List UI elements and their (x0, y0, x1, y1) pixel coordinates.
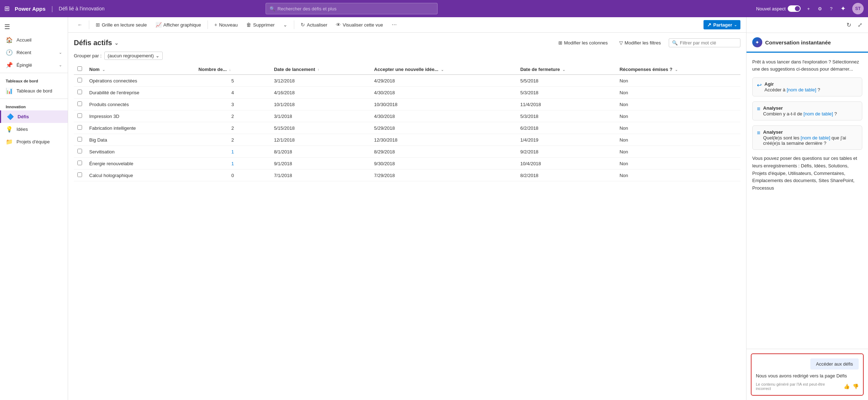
sidebar-item-idees[interactable]: 💡 Idées (0, 123, 68, 135)
row-checkbox[interactable] (77, 101, 82, 106)
table-header-actions: ⊞ Modifier les colonnes ▽ Modifier les f… (555, 38, 740, 47)
waffle-icon[interactable]: ⊞ (4, 5, 10, 13)
thumb-down-button[interactable]: 👎 (853, 384, 859, 389)
row-checkbox[interactable] (77, 161, 82, 165)
row-nombre: 2 (195, 134, 271, 146)
new-label: Nouveau (219, 22, 238, 28)
row-check[interactable] (74, 110, 86, 122)
analyser2-link[interactable]: [nom de table] (801, 135, 830, 141)
sidebar-hamburger[interactable]: ☰ (0, 20, 68, 34)
filter-input[interactable] (680, 40, 737, 46)
panel-refresh-icon[interactable]: ↻ (845, 20, 853, 30)
row-check[interactable] (74, 146, 86, 158)
goto-defis-button[interactable]: Accéder aux défis (810, 358, 859, 370)
sidebar-item-accueil[interactable]: 🏠 Accueil (0, 34, 68, 46)
avatar[interactable]: ST (852, 3, 864, 14)
suggestion-analyser-2[interactable]: ≡ Analyser Quel(le)s sont les [nom de ta… (752, 125, 862, 150)
search-box[interactable]: 🔍 (266, 3, 438, 14)
table-row[interactable]: Impression 3D 2 3/1/2018 4/30/2018 5/3/2… (74, 110, 740, 122)
more-button[interactable]: ⋯ (388, 20, 400, 29)
nombre-value: 3 (231, 102, 234, 107)
suggestion-analyser2-desc: Quel(le)s sont les [nom de table] que j'… (763, 135, 858, 146)
delete-dropdown-button[interactable]: ⌄ (280, 20, 291, 29)
nouvel-aspect-label: Nouvel aspect (756, 6, 786, 11)
modify-filters-button[interactable]: ▽ Modifier les filtres (616, 38, 664, 47)
row-accepter: 8/29/2018 (371, 146, 517, 158)
row-check[interactable] (74, 134, 86, 146)
table-row[interactable]: Fabrication intelligente 2 5/15/2018 5/2… (74, 122, 740, 134)
row-check[interactable] (74, 99, 86, 110)
sidebar-item-projets[interactable]: 📁 Projets d'équipe (0, 135, 68, 148)
help-icon[interactable]: ? (829, 5, 834, 13)
back-button[interactable]: ← (74, 20, 86, 29)
table-row[interactable]: Servitisation 1 8/1/2018 8/29/2018 9/2/2… (74, 146, 740, 158)
new-icon: + (214, 22, 217, 28)
new-button[interactable]: + Nouveau (211, 20, 241, 29)
modify-columns-button[interactable]: ⊞ Modifier les colonnes (555, 38, 611, 47)
sidebar-item-defis[interactable]: 🔷 Défis (0, 110, 68, 123)
table-row[interactable]: Calcul holographique 0 7/1/2018 7/29/201… (74, 170, 740, 181)
filter-icon: ▽ (619, 40, 623, 46)
col-date-fermeture[interactable]: Date de fermeture ⌄ (517, 64, 616, 75)
share-button[interactable]: ↗ Partager ⌄ (704, 20, 740, 29)
sidebar-item-recent[interactable]: 🕐 Récent ⌄ (0, 46, 68, 59)
nombre-value: 2 (231, 125, 234, 131)
col-date-lancement-label: Date de lancement (274, 67, 315, 72)
row-checkbox[interactable] (77, 172, 82, 177)
filter-input-wrapper[interactable]: 🔍 (669, 38, 740, 47)
row-checkbox[interactable] (77, 90, 82, 94)
agir-link[interactable]: [nom de table] (787, 87, 816, 92)
grid-view-button[interactable]: ⊞ Grille en lecture seule (92, 20, 151, 29)
table-row[interactable]: Big Data 2 12/1/2018 12/30/2018 1/4/2019… (74, 134, 740, 146)
row-checkbox[interactable] (77, 78, 82, 82)
table-row[interactable]: Durabilité de l'entreprise 4 4/16/2018 4… (74, 87, 740, 99)
sidebar-item-tableaux[interactable]: 📊 Tableaux de bord (0, 85, 68, 97)
col-nombre[interactable]: Nombre de... ↓ (195, 64, 271, 75)
row-checkbox[interactable] (77, 113, 82, 118)
share-icon: ↗ (707, 22, 711, 28)
row-check[interactable] (74, 75, 86, 87)
analyser1-link[interactable]: [nom de table] (803, 111, 833, 116)
col-accepter[interactable]: Accepter une nouvelle idée... ⌄ (371, 64, 517, 75)
row-nom: Produits connectés (86, 99, 195, 110)
delete-button[interactable]: 🗑 Supprimer (243, 20, 278, 29)
row-date-fermeture: 5/3/2018 (517, 87, 616, 99)
groupby-select[interactable]: (aucun regroupement) ⌄ (104, 52, 163, 60)
search-input[interactable] (277, 6, 434, 11)
row-recompenses: Non (616, 87, 740, 99)
nouvel-aspect-toggle[interactable] (788, 5, 801, 12)
col-nom[interactable]: Nom ⌄ (86, 64, 195, 75)
sidebar-item-epingle[interactable]: 📌 Épinglé ⌄ (0, 59, 68, 71)
table-row[interactable]: Produits connectés 3 10/1/2018 10/30/201… (74, 99, 740, 110)
row-checkbox[interactable] (77, 125, 82, 130)
row-check[interactable] (74, 87, 86, 99)
row-check[interactable] (74, 122, 86, 134)
row-checkbox[interactable] (77, 149, 82, 153)
col-date-lancement[interactable]: Date de lancement ↑ (270, 64, 370, 75)
table-row[interactable]: Opérations connectées 5 3/12/2018 4/29/2… (74, 75, 740, 87)
suggestion-agir-title: Agir (764, 81, 820, 87)
thumb-up-button[interactable]: 👍 (844, 384, 850, 389)
select-all-checkbox[interactable] (77, 66, 82, 71)
suggestion-agir-icon: ↩ (757, 82, 762, 89)
nombre-link[interactable]: 1 (231, 149, 234, 154)
nombre-link[interactable]: 1 (231, 161, 234, 166)
table-row[interactable]: Énergie renouvelable 1 9/1/2018 9/30/201… (74, 158, 740, 170)
row-checkbox[interactable] (77, 137, 82, 142)
row-recompenses: Non (616, 170, 740, 181)
suggestion-agir[interactable]: ↩ Agir Accéder à [nom de table] ? (752, 77, 862, 96)
suggestion-analyser-1[interactable]: ≡ Analyser Combien y a-t-il de [nom de t… (752, 101, 862, 120)
chart-view-button[interactable]: 📈 Afficher graphique (152, 20, 205, 29)
copilot-icon[interactable]: ✦ (839, 3, 847, 14)
col-recompenses[interactable]: Récompenses émises ? ⌄ (616, 64, 740, 75)
row-accepter: 4/30/2018 (371, 87, 517, 99)
col-check[interactable] (74, 64, 86, 75)
row-check[interactable] (74, 170, 86, 181)
title-chevron-icon[interactable]: ⌄ (114, 40, 119, 46)
panel-expand-icon[interactable]: ⤢ (856, 20, 864, 30)
view-button[interactable]: 👁 Visualiser cette vue (332, 20, 387, 29)
refresh-button[interactable]: ↻ Actualiser (297, 20, 331, 29)
plus-icon[interactable]: + (806, 5, 811, 13)
gear-icon[interactable]: ⚙ (816, 5, 824, 13)
row-check[interactable] (74, 158, 86, 170)
